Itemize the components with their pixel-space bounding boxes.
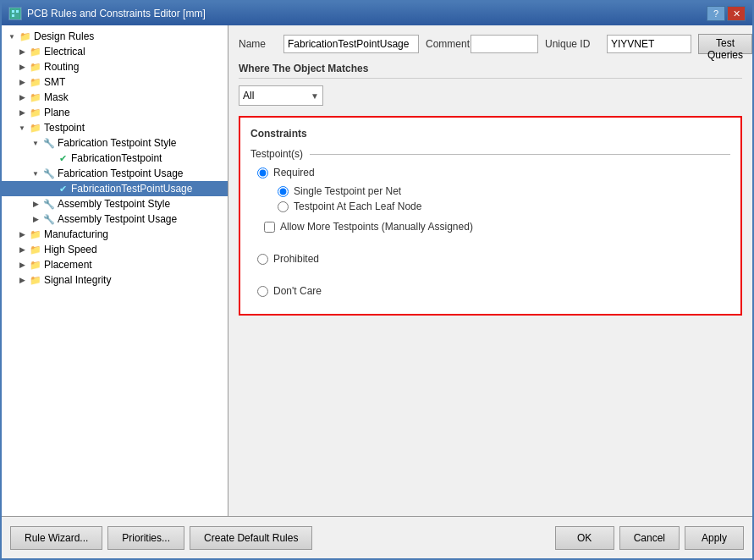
smt-folder-icon: 📁 <box>29 75 42 89</box>
sidebar-item-electrical[interactable]: ▶ 📁 Electrical <box>2 44 228 59</box>
asm-style-label: Assembly Testpoint Style <box>56 198 170 210</box>
radio-prohibited-input[interactable] <box>257 254 268 265</box>
root-expander: ▼ <box>5 30 19 43</box>
si-label: Signal Integrity <box>42 274 111 286</box>
svg-rect-2 <box>16 10 19 13</box>
pcb-icon <box>8 7 22 20</box>
radio-single-input[interactable] <box>278 186 289 197</box>
smt-label: SMT <box>42 76 65 88</box>
sidebar-item-fab-testpoint-usage[interactable]: ▼ 🔧 Fabrication Testpoint Usage <box>2 166 228 181</box>
testpoint-folder-icon: 📁 <box>29 121 42 135</box>
electrical-expander: ▶ <box>15 45 29 58</box>
comment-label: Comment <box>426 38 464 50</box>
svg-rect-0 <box>10 8 20 19</box>
place-expander: ▶ <box>15 258 29 272</box>
radio-prohibited-label[interactable]: Prohibited <box>273 253 319 265</box>
allow-more-checkbox[interactable] <box>264 222 275 233</box>
mask-label: Mask <box>42 91 69 103</box>
routing-folder-icon: 📁 <box>29 60 42 74</box>
mfg-folder-icon: 📁 <box>29 228 42 241</box>
sidebar-item-placement[interactable]: ▶ 📁 Placement <box>2 257 228 272</box>
sidebar-item-signal-integrity[interactable]: ▶ 📁 Signal Integrity <box>2 272 228 288</box>
asm-usage-icon: 🔧 <box>42 212 56 226</box>
fab-usage-expander: ▼ <box>29 167 42 180</box>
sidebar-item-routing[interactable]: ▶ 📁 Routing <box>2 59 228 74</box>
allow-more-label[interactable]: Allow More Testpoints (Manually Assigned… <box>280 221 473 233</box>
separator <box>257 238 730 248</box>
sidebar-item-high-speed[interactable]: ▶ 📁 High Speed <box>2 242 228 257</box>
mask-folder-icon: 📁 <box>29 91 42 104</box>
checkbox-allow-more[interactable]: Allow More Testpoints (Manually Assigned… <box>257 221 730 233</box>
sidebar-item-smt[interactable]: ▶ 📁 SMT <box>2 74 228 90</box>
radio-dontcare-input[interactable] <box>257 286 268 297</box>
sidebar-item-fabrication-testpoint-usage[interactable]: ✔ FabricationTestPointUsage <box>2 181 228 196</box>
hs-folder-icon: 📁 <box>29 243 42 256</box>
radio-prohibited[interactable]: Prohibited <box>257 253 730 265</box>
radio-required-input[interactable] <box>257 167 268 178</box>
name-input[interactable] <box>283 35 419 53</box>
plane-expander: ▶ <box>15 106 29 119</box>
plane-label: Plane <box>42 107 70 118</box>
sidebar-item-manufacturing[interactable]: ▶ 📁 Manufacturing <box>2 227 228 242</box>
bottom-bar: Rule Wizard... Priorities... Create Defa… <box>2 516 752 558</box>
radio-leaf-label[interactable]: Testpoint At Each Leaf Node <box>294 200 421 212</box>
dropdown-arrow-icon: ▼ <box>311 91 319 101</box>
radio-dontcare-label[interactable]: Don't Care <box>273 285 322 297</box>
fab-style-icon: 🔧 <box>42 136 56 150</box>
si-folder-icon: 📁 <box>29 273 42 287</box>
where-section: Where The Object Matches All ▼ <box>239 63 742 106</box>
sidebar-item-assembly-testpoint-usage[interactable]: ▶ 🔧 Assembly Testpoint Usage <box>2 211 228 227</box>
radio-dont-care[interactable]: Don't Care <box>257 285 730 297</box>
mfg-label: Manufacturing <box>42 228 108 240</box>
close-button[interactable]: ✕ <box>727 6 746 21</box>
constraints-box: Constraints Testpoint(s) Required <box>239 116 742 316</box>
comment-input[interactable] <box>471 35 538 53</box>
electrical-folder-icon: 📁 <box>29 45 42 58</box>
title-bar-left: PCB Rules and Constraints Editor [mm] <box>8 7 206 20</box>
cancel-button[interactable]: Cancel <box>619 526 680 550</box>
header-row: Name Comment Unique ID Test Queries <box>239 34 742 54</box>
root-label: Design Rules <box>32 30 94 42</box>
mfg-expander: ▶ <box>15 228 29 241</box>
radio-required-label[interactable]: Required <box>273 167 315 178</box>
ok-button[interactable]: OK <box>555 526 614 550</box>
routing-label: Routing <box>42 61 79 73</box>
sidebar-item-assembly-testpoint-style[interactable]: ▶ 🔧 Assembly Testpoint Style <box>2 196 228 211</box>
fab-usage-label: Fabrication Testpoint Usage <box>56 167 184 179</box>
rule-wizard-button[interactable]: Rule Wizard... <box>10 526 102 550</box>
asm-usage-label: Assembly Testpoint Usage <box>56 213 177 225</box>
test-queries-button[interactable]: Test Queries <box>698 34 752 54</box>
fab-tp-usage-label: FabricationTestPointUsage <box>69 183 192 195</box>
radio-single-testpoint[interactable]: Single Testpoint per Net <box>278 185 730 197</box>
testpoints-section: Testpoint(s) Required Single Test <box>250 148 730 297</box>
where-dropdown[interactable]: All ▼ <box>239 85 323 106</box>
main-content: ▼ 📁 Design Rules ▶ 📁 Electrical ▶ 📁 Rout… <box>2 25 752 516</box>
sidebar-item-fabrication-testpoint[interactable]: ✔ FabricationTestpoint <box>2 151 228 166</box>
hs-expander: ▶ <box>15 243 29 256</box>
priorities-button[interactable]: Priorities... <box>107 526 184 550</box>
fab-tp-label: FabricationTestpoint <box>69 152 162 164</box>
radio-leaf-input[interactable] <box>278 201 289 212</box>
sidebar-item-plane[interactable]: ▶ 📁 Plane <box>2 105 228 120</box>
window-title: PCB Rules and Constraints Editor [mm] <box>27 8 206 19</box>
tree-root[interactable]: ▼ 📁 Design Rules <box>2 29 228 44</box>
create-default-button[interactable]: Create Default Rules <box>190 526 312 550</box>
uid-input[interactable] <box>607 35 691 53</box>
routing-expander: ▶ <box>15 60 29 74</box>
plane-folder-icon: 📁 <box>29 106 42 119</box>
root-folder-icon: 📁 <box>19 30 32 43</box>
asm-style-expander: ▶ <box>29 197 42 211</box>
radio-each-leaf[interactable]: Testpoint At Each Leaf Node <box>278 200 730 212</box>
apply-button[interactable]: Apply <box>685 526 744 550</box>
radio-required[interactable]: Required <box>257 167 730 178</box>
radio-single-label[interactable]: Single Testpoint per Net <box>294 185 401 197</box>
main-window: PCB Rules and Constraints Editor [mm] ? … <box>0 0 754 560</box>
right-panel: Name Comment Unique ID Test Queries Wher… <box>228 25 752 516</box>
si-expander: ▶ <box>15 273 29 287</box>
sidebar-item-fab-testpoint-style[interactable]: ▼ 🔧 Fabrication Testpoint Style <box>2 135 228 151</box>
sidebar-item-mask[interactable]: ▶ 📁 Mask <box>2 90 228 105</box>
sidebar-item-testpoint[interactable]: ▼ 📁 Testpoint <box>2 120 228 135</box>
testpoints-label: Testpoint(s) <box>250 148 730 160</box>
help-button[interactable]: ? <box>707 6 725 21</box>
smt-expander: ▶ <box>15 75 29 89</box>
